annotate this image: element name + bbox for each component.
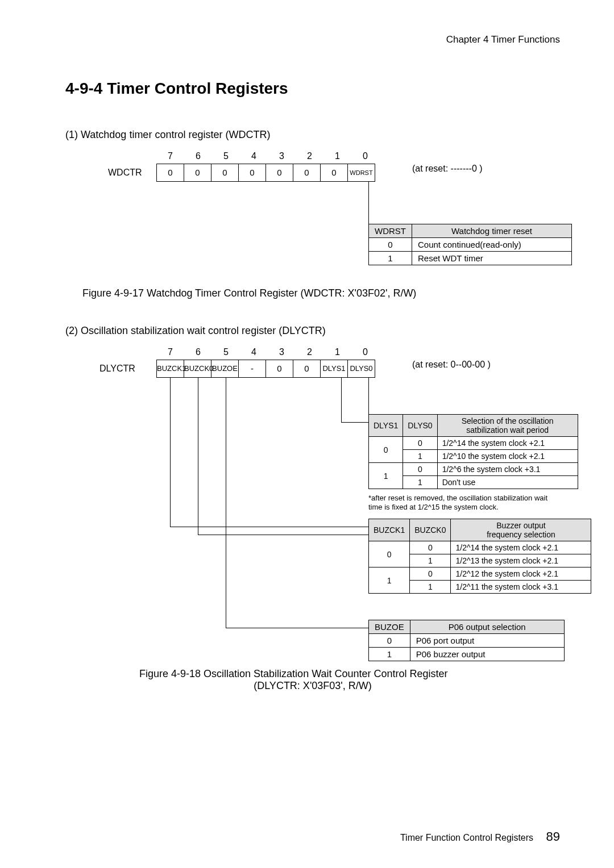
dC-r1c1: 0 <box>369 634 410 648</box>
bit-numbers-2: 7 6 5 4 3 2 1 0 <box>156 347 379 357</box>
figure-caption-2a: Figure 4-9-18 Oscillation Stabilization … <box>139 668 560 680</box>
dA-r4c3: Don't use <box>437 476 578 489</box>
reset-note-1: (at reset: -------0 ) <box>412 164 483 174</box>
conn-b4 <box>198 535 368 535</box>
cell-b3: 0 <box>266 164 293 181</box>
bit2-6: 6 <box>184 347 212 357</box>
buzck-table: BUZCK1 BUZCK0 Buzzer output frequency se… <box>368 519 591 594</box>
bit2-7: 7 <box>156 347 184 357</box>
dB-r3c2: 0 <box>410 567 451 581</box>
dA-r4c2: 1 <box>403 476 437 489</box>
dB-h3: Buzzer output frequency selection <box>451 519 591 541</box>
wdrst-r2a: 1 <box>369 252 412 265</box>
register-row-1: WDCTR 0 0 0 0 0 0 0 WDRST <box>108 164 375 182</box>
dC-r1c2: P06 port output <box>410 634 564 648</box>
dB-r4c2: 1 <box>410 581 451 594</box>
cell-b1: 0 <box>321 164 348 181</box>
conn-a3 <box>341 422 368 423</box>
dC-r2c1: 1 <box>369 648 410 661</box>
bit2-3: 3 <box>268 347 296 357</box>
dB-r4c3: 1/2^11 the system clock +3.1 <box>451 581 591 594</box>
chapter-header: Chapter 4 Timer Functions <box>65 34 560 45</box>
bit2-4: 4 <box>240 347 268 357</box>
dA-r1c3: 1/2^14 the system clock +2.1 <box>437 437 578 450</box>
dA-r1c2: 0 <box>403 437 437 450</box>
cell2-b5: BUZOE <box>211 360 239 377</box>
connector-line-1 <box>368 182 369 224</box>
dC-h2: P06 output selection <box>410 620 564 634</box>
cell-b5: 0 <box>211 164 239 181</box>
cell-b4: 0 <box>239 164 266 181</box>
cell-b7: 0 <box>157 164 184 181</box>
subhead-2: (2) Oscillation stabilization wait contr… <box>65 325 560 337</box>
cell-b6: 0 <box>184 164 211 181</box>
cell2-b6: BUZCK0 <box>184 360 211 377</box>
figure-caption-1: Figure 4-9-17 Watchdog Timer Control Reg… <box>82 287 560 299</box>
cell-b0: WDRST <box>348 164 375 181</box>
buzoe-table: BUZOE P06 output selection 0 P06 port ou… <box>368 620 565 661</box>
dC-r2c2: P06 buzzer output <box>410 648 564 661</box>
dB-r1c1: 0 <box>369 541 410 567</box>
bit2-1: 1 <box>323 347 351 357</box>
cell2-b2: 0 <box>293 360 321 377</box>
bit-6: 6 <box>184 151 212 161</box>
cell2-b7: BUZCK1 <box>157 360 184 377</box>
cell-b2: 0 <box>293 164 321 181</box>
cell2-b0: DLYS0 <box>348 360 375 377</box>
register-label-2: DLYCTR <box>99 364 156 374</box>
dB-r1c3: 1/2^14 the system clock +2.1 <box>451 541 591 554</box>
wdrst-head-1: WDRST <box>369 224 412 238</box>
bit-2: 2 <box>296 151 323 161</box>
conn-b3 <box>198 378 198 535</box>
bit2-0: 0 <box>351 347 379 357</box>
page-footer: Timer Function Control Registers 89 <box>400 829 560 844</box>
cell2-b3: 0 <box>266 360 293 377</box>
register-label-1: WDCTR <box>108 168 156 178</box>
conn-c1 <box>226 378 226 628</box>
dlys-note: *after reset is removed, the oscillation… <box>368 494 560 511</box>
bit-1: 1 <box>323 151 351 161</box>
bit-numbers-1: 7 6 5 4 3 2 1 0 <box>156 151 379 161</box>
wdrst-r1a: 0 <box>369 238 412 252</box>
dA-h3: Selection of the oscillation satbilizati… <box>437 415 578 437</box>
cell2-b4: - <box>239 360 266 377</box>
bit-3: 3 <box>268 151 296 161</box>
bit-0: 0 <box>351 151 379 161</box>
bit2-2: 2 <box>296 347 323 357</box>
bit-7: 7 <box>156 151 184 161</box>
dC-h1: BUZOE <box>369 620 410 634</box>
dA-h1: DLYS1 <box>369 415 403 437</box>
dA-r2c2: 1 <box>403 450 437 463</box>
dA-r3c3: 1/2^6 the system clock +3.1 <box>437 463 578 476</box>
dA-r3c1: 1 <box>369 463 403 489</box>
figure-caption-2b: (DLYCTR: X'03F03', R/W) <box>65 680 560 692</box>
footer-label: Timer Function Control Registers <box>400 833 533 842</box>
dB-r3c3: 1/2^12 the system clock +2.1 <box>451 567 591 581</box>
bit-4: 4 <box>240 151 268 161</box>
dA-r2c3: 1/2^10 the system clock +2.1 <box>437 450 578 463</box>
page-number: 89 <box>546 829 560 844</box>
dA-r3c2: 0 <box>403 463 437 476</box>
conn-b2 <box>170 527 368 527</box>
cell2-b1: DLYS1 <box>321 360 348 377</box>
dB-r2c2: 1 <box>410 554 451 567</box>
wdrst-r1b: Count continued(read-only) <box>412 238 572 252</box>
wdrst-table: WDRST Watchdog timer reset 0 Count conti… <box>368 224 572 265</box>
bit2-5: 5 <box>212 347 240 357</box>
dB-r3c1: 1 <box>369 567 410 594</box>
dA-r1c1: 0 <box>369 437 403 463</box>
conn-a1 <box>368 378 369 414</box>
wdrst-head-2: Watchdog timer reset <box>412 224 572 238</box>
register-figure-1: 7 6 5 4 3 2 1 0 WDCTR 0 0 0 0 0 0 0 WDRS… <box>65 151 560 282</box>
conn-a2 <box>341 378 342 422</box>
register-figure-2: 7 6 5 4 3 2 1 0 DLYCTR BUZCK1 BUZCK0 BUZ… <box>65 347 560 668</box>
section-title: 4-9-4 Timer Control Registers <box>65 80 560 98</box>
dB-r2c3: 1/2^13 the system clock +2.1 <box>451 554 591 567</box>
register-row-2: DLYCTR BUZCK1 BUZCK0 BUZOE - 0 0 DLYS1 D… <box>99 360 375 378</box>
dB-h2: BUZCK0 <box>410 519 451 541</box>
subhead-1: (1) Watchdog timer control register (WDC… <box>65 129 560 141</box>
dlys-table: DLYS1 DLYS0 Selection of the oscillation… <box>368 414 578 489</box>
wdrst-r2b: Reset WDT timer <box>412 252 572 265</box>
dB-h1: BUZCK1 <box>369 519 410 541</box>
dB-r1c2: 0 <box>410 541 451 554</box>
